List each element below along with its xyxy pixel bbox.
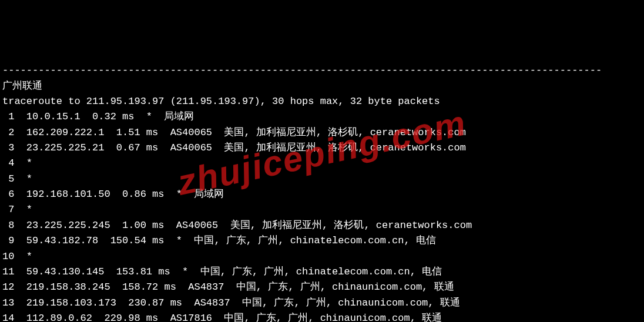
terminal-output: ----------------------------------------… (0, 62, 644, 322)
trace-title: 广州联通 (2, 80, 42, 92)
hops-list: 1 10.0.15.1 0.32 ms * 局域网 2 162.209.222.… (2, 109, 642, 322)
traceroute-header: traceroute to 211.95.193.97 (211.95.193.… (2, 96, 440, 107)
separator-line: ----------------------------------------… (2, 65, 602, 76)
